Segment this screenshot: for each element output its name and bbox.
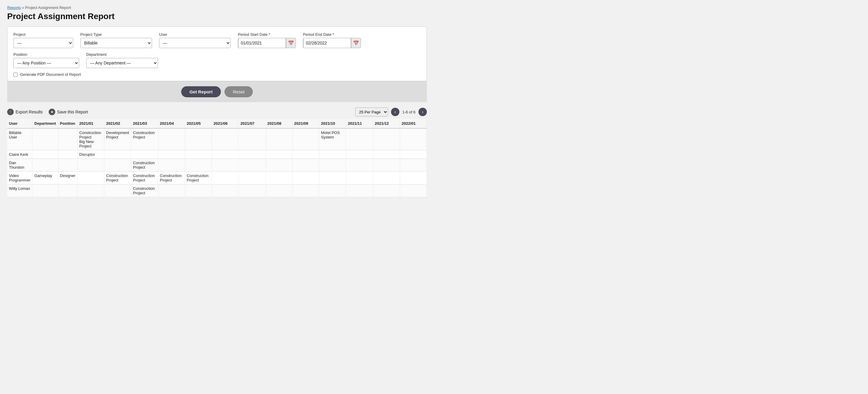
cell-period-202102 bbox=[104, 184, 131, 197]
col-header-2021-07: 2021/07 bbox=[239, 119, 266, 128]
cell-period-202111 bbox=[346, 159, 373, 172]
department-filter-group: Department — Any Department — bbox=[86, 52, 158, 68]
cell-period-202111 bbox=[346, 184, 373, 197]
generate-pdf-checkbox[interactable] bbox=[13, 72, 18, 77]
user-select[interactable]: — bbox=[159, 38, 231, 48]
project-type-filter-group: Project Type Billable Non-Billable All bbox=[80, 32, 152, 48]
cell-period-202201 bbox=[400, 159, 427, 172]
breadcrumb-current: Project Assignment Report bbox=[25, 5, 71, 10]
cell-period-202110 bbox=[319, 159, 346, 172]
cell-period-202104 bbox=[158, 184, 185, 197]
cell-period-202106 bbox=[212, 128, 239, 150]
cell-period-202102: Development Project bbox=[104, 128, 131, 150]
cell-position bbox=[58, 159, 77, 172]
cell-period-202105 bbox=[185, 128, 212, 150]
cell-period-202112 bbox=[373, 184, 400, 197]
col-header-2021-04: 2021/04 bbox=[158, 119, 185, 128]
cell-period-202112 bbox=[373, 150, 400, 159]
cell-period-202109 bbox=[292, 184, 319, 197]
col-header-2022-01: 2022/01 bbox=[400, 119, 427, 128]
period-start-date-wrapper: 📅 bbox=[238, 38, 296, 48]
cell-period-202110 bbox=[319, 172, 346, 184]
export-results-button[interactable]: ↑ Export Results bbox=[7, 109, 43, 115]
col-header-2021-02: 2021/02 bbox=[104, 119, 131, 128]
save-icon: ★ bbox=[49, 109, 55, 115]
cell-period-202104: Construction Project bbox=[158, 172, 185, 184]
period-end-filter-group: Period End Date * 📅 bbox=[303, 32, 361, 48]
period-end-calendar-icon[interactable]: 📅 bbox=[351, 38, 361, 48]
department-label: Department bbox=[86, 52, 158, 57]
results-table: User Department Position 2021/01 2021/02… bbox=[7, 119, 427, 197]
period-start-input[interactable] bbox=[238, 38, 286, 48]
cell-period-202108 bbox=[266, 128, 292, 150]
pagination-next-button[interactable]: › bbox=[418, 108, 427, 116]
cell-period-202101 bbox=[77, 159, 104, 172]
cell-period-202201 bbox=[400, 150, 427, 159]
col-header-position: Position bbox=[58, 119, 77, 128]
cell-period-202111 bbox=[346, 150, 373, 159]
period-end-input[interactable] bbox=[303, 38, 351, 48]
user-filter-group: User — bbox=[159, 32, 231, 48]
cell-period-202106 bbox=[212, 150, 239, 159]
reset-button[interactable]: Reset bbox=[224, 86, 253, 97]
col-header-2021-12: 2021/12 bbox=[373, 119, 400, 128]
pagination-info: 1-6 of 6 bbox=[402, 110, 415, 114]
cell-department: Gameplay bbox=[33, 172, 58, 184]
cell-period-202109 bbox=[292, 172, 319, 184]
cell-period-202202 bbox=[427, 184, 427, 197]
department-select[interactable]: — Any Department — bbox=[86, 58, 158, 68]
cell-period-202105 bbox=[185, 184, 212, 197]
period-start-calendar-icon[interactable]: 📅 bbox=[286, 38, 296, 48]
save-label: Save this Report bbox=[57, 110, 88, 114]
col-header-department: Department bbox=[33, 119, 58, 128]
breadcrumb: Reports » Project Assignment Report bbox=[7, 5, 427, 10]
cell-period-202101: Disruptor bbox=[77, 150, 104, 159]
col-header-user: User bbox=[7, 119, 33, 128]
position-select[interactable]: — Any Position — bbox=[13, 58, 79, 68]
table-header-row: User Department Position 2021/01 2021/02… bbox=[7, 119, 427, 128]
generate-pdf-row: Generate PDF Document of Report bbox=[13, 72, 421, 77]
cell-period-202103: Construction Project bbox=[131, 172, 158, 184]
period-end-label: Period End Date * bbox=[303, 32, 361, 37]
position-label: Position bbox=[13, 52, 79, 57]
cell-user: Billable User bbox=[7, 128, 33, 150]
cell-period-202107 bbox=[239, 150, 266, 159]
period-end-date-wrapper: 📅 bbox=[303, 38, 361, 48]
col-header-2021-08: 2021/08 bbox=[266, 119, 292, 128]
cell-department bbox=[33, 184, 58, 197]
cell-period-202201 bbox=[400, 172, 427, 184]
project-type-label: Project Type bbox=[80, 32, 152, 37]
table-row: Billable UserConstruction ProjectBig New… bbox=[7, 128, 427, 150]
cell-period-202109 bbox=[292, 150, 319, 159]
breadcrumb-separator: » bbox=[22, 5, 24, 10]
per-page-select[interactable]: 25 Per Page 50 Per Page 100 Per Page bbox=[355, 108, 388, 116]
cell-period-202103: Construction Project bbox=[131, 159, 158, 172]
cell-department bbox=[33, 128, 58, 150]
breadcrumb-reports-link[interactable]: Reports bbox=[7, 5, 21, 10]
filter-row-2: Position — Any Position — Department — A… bbox=[13, 52, 421, 68]
cell-period-202109 bbox=[292, 128, 319, 150]
page-title: Project Assignment Report bbox=[7, 12, 427, 21]
cell-period-202105 bbox=[185, 159, 212, 172]
get-report-button[interactable]: Get Report bbox=[181, 86, 221, 97]
cell-period-202109 bbox=[292, 159, 319, 172]
cell-period-202107 bbox=[239, 184, 266, 197]
filter-row-1: Project — Project Type Billable Non-Bill… bbox=[13, 32, 421, 48]
cell-position bbox=[58, 150, 77, 159]
cell-period-202103: Construction Project bbox=[131, 184, 158, 197]
cell-period-202201 bbox=[400, 184, 427, 197]
cell-department bbox=[33, 159, 58, 172]
filter-box: Project — Project Type Billable Non-Bill… bbox=[7, 27, 427, 81]
cell-period-202112 bbox=[373, 172, 400, 184]
pagination-prev-button[interactable]: ‹ bbox=[391, 108, 399, 116]
save-report-button[interactable]: ★ Save this Report bbox=[49, 109, 88, 115]
project-select[interactable]: — bbox=[13, 38, 73, 48]
export-icon: ↑ bbox=[7, 109, 14, 115]
cell-period-202108 bbox=[266, 150, 292, 159]
cell-period-202112 bbox=[373, 128, 400, 150]
cell-period-202202: Disruptor bbox=[427, 150, 427, 159]
project-type-select[interactable]: Billable Non-Billable All bbox=[80, 38, 152, 48]
cell-period-202107 bbox=[239, 159, 266, 172]
cell-position: Designer bbox=[58, 172, 77, 184]
table-row: Video ProgrammerGameplayDesignerConstruc… bbox=[7, 172, 427, 184]
